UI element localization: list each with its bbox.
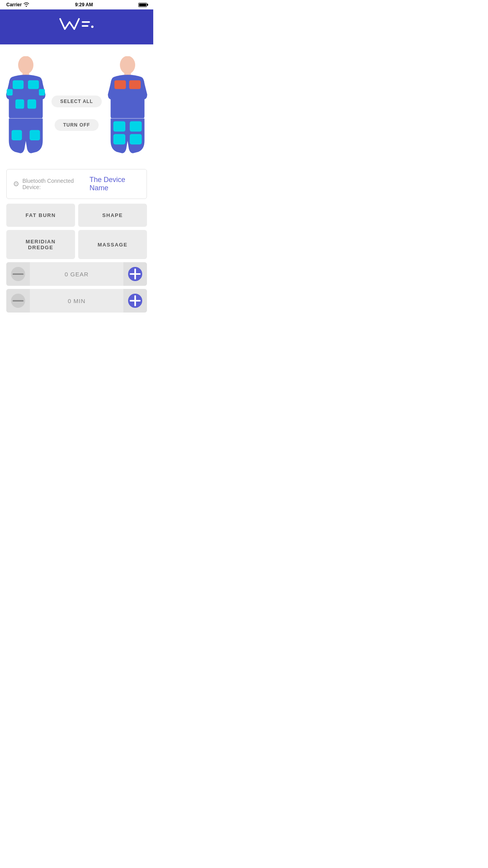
gear-stepper-label: 0 GEAR [30,271,123,278]
svg-rect-20 [130,121,142,131]
minus-icon [13,268,24,280]
turn-off-button[interactable]: TURN OFF [55,119,99,131]
min-plus-button[interactable] [123,289,147,313]
min-minus-button[interactable] [6,289,30,313]
gear-plus-circle [128,267,142,281]
back-body-figure [106,56,149,159]
svg-rect-28 [134,295,136,306]
battery-area [138,3,147,7]
plus-icon [130,268,141,280]
min-stepper-row: 0 MIN [6,289,147,313]
gear-minus-circle [11,267,25,281]
fat-burn-button[interactable]: FAT BURN [6,204,75,227]
svg-rect-21 [113,134,125,144]
gear-plus-button[interactable] [123,262,147,286]
svg-rect-13 [29,130,40,140]
massage-button[interactable]: MASSAGE [78,230,147,259]
carrier-label: Carrier [6,2,29,7]
svg-point-3 [18,56,33,74]
min-minus-circle [11,294,25,308]
front-body-svg [4,56,48,157]
svg-rect-6 [28,80,39,89]
select-all-button[interactable]: SELECT ALL [51,96,102,107]
back-body-svg [106,56,149,157]
min-plus-circle [128,294,142,308]
svg-rect-9 [15,99,24,109]
svg-rect-23 [13,274,24,275]
device-bar: ⚙ Bluetooth Connected Device: The Device… [6,169,147,199]
svg-point-14 [120,56,135,74]
battery-icon [138,3,147,7]
svg-rect-17 [129,80,141,89]
svg-rect-7 [7,89,13,96]
minus-icon-2 [13,295,24,306]
svg-point-2 [91,26,94,28]
svg-rect-8 [39,89,45,96]
shape-button[interactable]: SHAPE [78,204,147,227]
svg-rect-19 [113,121,125,131]
meridian-dredge-button[interactable]: MERIDIAN DREDGE [6,230,75,259]
app-header [0,9,153,44]
mode-buttons-grid: FAT BURN SHAPE MERIDIAN DREDGE MASSAGE [6,204,147,259]
svg-rect-16 [114,80,126,89]
gear-stepper-row: 0 GEAR [6,262,147,286]
svg-rect-12 [11,130,22,140]
plus-icon-2 [130,295,141,306]
svg-rect-22 [130,134,142,144]
front-body-figure [4,56,48,159]
svg-rect-10 [28,99,36,109]
app-logo [57,14,96,37]
carrier-text: Carrier [6,2,22,7]
time-label: 9:29 AM [75,2,93,7]
min-stepper-label: 0 MIN [30,298,123,304]
body-figures-wrapper: SELECT ALL TURN OFF [4,56,149,159]
center-controls: SELECT ALL TURN OFF [51,56,102,131]
svg-rect-5 [13,80,24,89]
status-bar: Carrier 9:29 AM [0,0,153,9]
bluetooth-icon: ⚙ [13,180,19,188]
wifi-icon [23,2,29,7]
gear-minus-button[interactable] [6,262,30,286]
svg-rect-26 [13,300,24,302]
body-diagram-section: SELECT ALL TURN OFF [0,44,153,163]
svg-rect-25 [134,268,136,280]
device-name: The Device Name [90,176,140,192]
device-label: Bluetooth Connected Device: [22,178,86,190]
